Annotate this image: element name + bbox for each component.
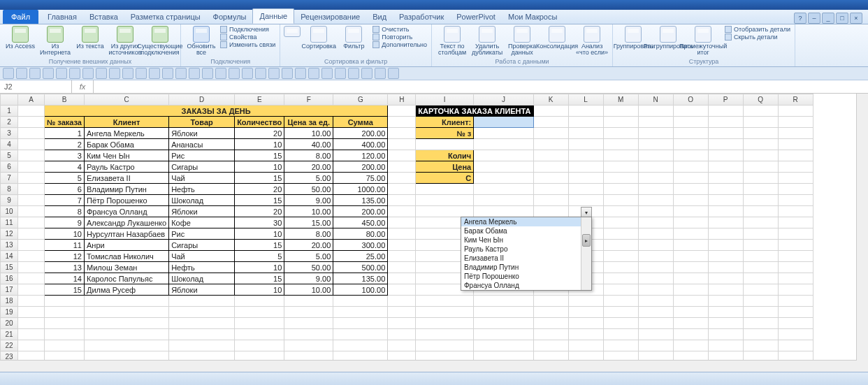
cell[interactable]: 9	[45, 217, 85, 228]
cell[interactable]	[568, 117, 603, 128]
cell[interactable]	[603, 106, 638, 117]
ribbon-tab[interactable]: Вид	[366, 10, 393, 24]
cell[interactable]: 15	[235, 195, 284, 206]
cell[interactable]: Рис	[169, 228, 235, 240]
cell[interactable]: 200.00	[333, 128, 388, 139]
cell[interactable]	[474, 195, 533, 206]
cell[interactable]	[708, 128, 743, 139]
cell[interactable]	[708, 206, 743, 217]
cell[interactable]	[388, 273, 416, 284]
cell[interactable]	[603, 273, 638, 284]
cell[interactable]: 7	[45, 195, 85, 206]
cell[interactable]	[18, 340, 45, 351]
ribbon-button[interactable]: Из Интернета	[39, 26, 71, 56]
cell[interactable]	[638, 128, 673, 139]
column-header[interactable]: F	[284, 94, 333, 106]
cell[interactable]	[416, 195, 474, 206]
ribbon-button[interactable]: Из других источников	[109, 26, 141, 56]
cell[interactable]	[603, 117, 638, 128]
dropdown-option[interactable]: Франсуа Олланд	[461, 281, 591, 290]
cell[interactable]	[603, 173, 638, 184]
ribbon-tab[interactable]: Разметка страницы	[124, 10, 207, 24]
cell[interactable]	[743, 329, 778, 340]
cell[interactable]	[743, 161, 778, 173]
cell[interactable]: Кофе	[169, 217, 235, 228]
cell[interactable]	[18, 284, 45, 296]
cell[interactable]	[778, 106, 813, 117]
qa-icon[interactable]	[3, 68, 14, 79]
column-header[interactable]: N	[638, 94, 673, 106]
qa-icon[interactable]	[308, 68, 319, 79]
cell[interactable]: 15	[45, 284, 85, 296]
column-header[interactable]: G	[333, 94, 388, 106]
cell[interactable]	[708, 195, 743, 206]
cell[interactable]: 6	[45, 184, 85, 195]
cell[interactable]	[388, 139, 416, 150]
cell[interactable]: 14	[45, 273, 85, 284]
cell[interactable]: Цена	[416, 161, 474, 173]
cell[interactable]: 1	[45, 128, 85, 139]
cell[interactable]: 1000.00	[333, 184, 388, 195]
cell[interactable]	[673, 329, 708, 340]
cell[interactable]	[568, 307, 603, 318]
cell[interactable]	[388, 106, 416, 117]
cell[interactable]	[778, 284, 813, 296]
cell[interactable]	[474, 184, 533, 195]
row-header[interactable]: 9	[1, 195, 18, 206]
qa-icon[interactable]	[122, 68, 133, 79]
cell[interactable]: 120.00	[333, 150, 388, 161]
cell[interactable]: 80.00	[333, 228, 388, 240]
cell[interactable]	[638, 296, 673, 307]
cell[interactable]	[673, 184, 708, 195]
cell[interactable]	[603, 128, 638, 139]
cell[interactable]	[474, 173, 533, 184]
cell[interactable]	[708, 139, 743, 150]
cell[interactable]	[533, 184, 568, 195]
cell[interactable]	[18, 173, 45, 184]
cell[interactable]	[18, 161, 45, 173]
cell[interactable]	[673, 173, 708, 184]
cell[interactable]	[474, 161, 533, 173]
cell[interactable]	[673, 206, 708, 217]
cell[interactable]: 8.00	[284, 150, 333, 161]
row-header[interactable]: 5	[1, 150, 18, 161]
cell[interactable]	[673, 251, 708, 262]
fx-icon[interactable]: fx	[72, 80, 94, 93]
cell[interactable]	[18, 117, 45, 128]
cell[interactable]: Чай	[169, 251, 235, 262]
cell[interactable]: 10	[235, 139, 284, 150]
cell[interactable]	[638, 340, 673, 351]
cell[interactable]	[708, 173, 743, 184]
cell[interactable]: № заказа	[45, 117, 85, 128]
cell[interactable]: 20	[235, 206, 284, 217]
cell[interactable]	[603, 195, 638, 206]
dropdown-option[interactable]: Ангела Меркель	[461, 217, 591, 226]
qa-icon[interactable]	[348, 68, 359, 79]
cell[interactable]: Рис	[169, 150, 235, 161]
cell[interactable]	[638, 106, 673, 117]
cell[interactable]	[388, 161, 416, 173]
cell[interactable]	[18, 296, 45, 307]
cell[interactable]	[18, 106, 45, 117]
cell[interactable]	[743, 296, 778, 307]
cell[interactable]	[235, 340, 284, 351]
cell[interactable]	[603, 318, 638, 329]
ribbon-tab[interactable]: Данные	[252, 8, 294, 24]
cell[interactable]	[18, 240, 45, 251]
cell[interactable]	[743, 195, 778, 206]
qa-icon[interactable]	[29, 68, 41, 79]
cell[interactable]	[708, 296, 743, 307]
cell[interactable]	[708, 217, 743, 228]
cell[interactable]: 30	[235, 217, 284, 228]
qa-icon[interactable]	[321, 68, 333, 79]
ribbon-button[interactable]: Существующие подключения	[144, 26, 176, 56]
dropdown-option[interactable]: Рауль Кастро	[461, 245, 591, 254]
qa-icon[interactable]	[82, 68, 94, 79]
row-header[interactable]: 20	[1, 318, 18, 329]
cell[interactable]	[638, 206, 673, 217]
cell[interactable]	[638, 329, 673, 340]
cell[interactable]	[638, 318, 673, 329]
cell[interactable]: 8	[45, 206, 85, 217]
sort-asc-button[interactable]	[284, 26, 300, 38]
cell[interactable]	[568, 195, 603, 206]
